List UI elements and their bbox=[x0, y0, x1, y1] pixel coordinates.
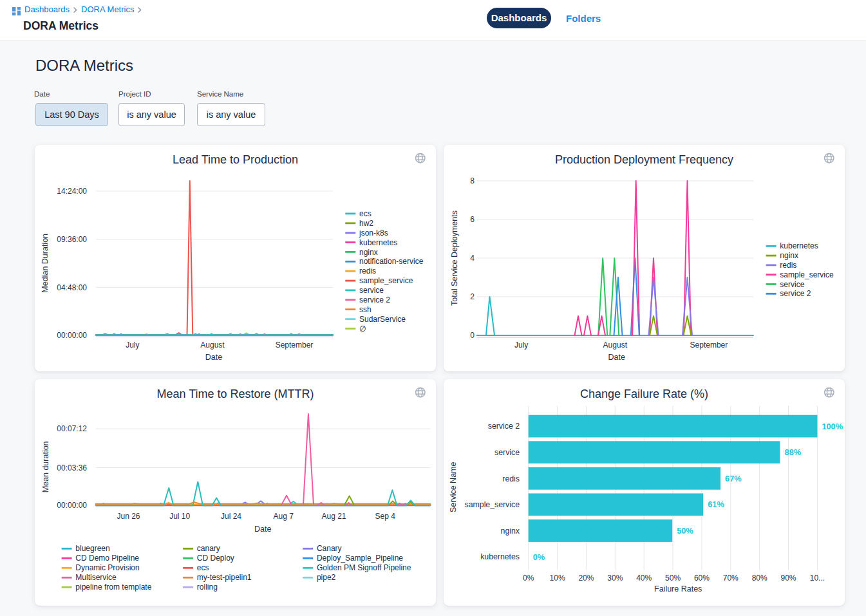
svg-text:88%: 88% bbox=[785, 447, 802, 457]
svg-text:ecs: ecs bbox=[359, 209, 372, 218]
svg-text:Mean Time to Restore (MTTR): Mean Time to Restore (MTTR) bbox=[156, 387, 314, 400]
svg-text:Median Duration: Median Duration bbox=[41, 234, 50, 293]
svg-text:August: August bbox=[200, 341, 225, 350]
svg-text:September: September bbox=[276, 341, 314, 350]
svg-text:04:48:00: 04:48:00 bbox=[57, 283, 87, 292]
svg-text:my-test-pipelin1: my-test-pipelin1 bbox=[197, 573, 252, 582]
svg-text:kubernetes: kubernetes bbox=[480, 552, 520, 561]
svg-text:67%: 67% bbox=[725, 474, 742, 483]
svg-text:10%: 10% bbox=[550, 574, 565, 583]
svg-text:service: service bbox=[494, 448, 520, 457]
svg-text:0%: 0% bbox=[523, 574, 534, 583]
svg-text:nginx: nginx bbox=[359, 248, 378, 257]
svg-text:SudarService: SudarService bbox=[359, 315, 406, 324]
svg-text:nginx: nginx bbox=[501, 527, 520, 536]
svg-text:September: September bbox=[690, 341, 728, 350]
svg-text:Mean duration: Mean duration bbox=[41, 441, 50, 492]
svg-text:4: 4 bbox=[470, 254, 475, 263]
svg-text:50%: 50% bbox=[677, 526, 693, 536]
svg-text:Date: Date bbox=[254, 525, 271, 534]
svg-text:notification-service: notification-service bbox=[359, 257, 424, 266]
svg-text:00:03:36: 00:03:36 bbox=[57, 463, 87, 472]
svg-text:∅: ∅ bbox=[359, 324, 366, 333]
svg-text:61%: 61% bbox=[708, 499, 724, 509]
svg-text:Production Deployment Frequenc: Production Deployment Frequency bbox=[555, 153, 733, 166]
svg-text:Golden PM Signoff Pipeline: Golden PM Signoff Pipeline bbox=[317, 563, 411, 572]
svg-text:ssh: ssh bbox=[359, 305, 372, 314]
svg-text:json-k8s: json-k8s bbox=[359, 229, 388, 238]
svg-text:service: service bbox=[780, 280, 804, 289]
svg-text:pipe2: pipe2 bbox=[317, 573, 336, 582]
svg-text:00:00:00: 00:00:00 bbox=[57, 331, 87, 340]
svg-text:100%: 100% bbox=[822, 422, 843, 431]
svg-text:00:07:12: 00:07:12 bbox=[57, 424, 87, 433]
svg-text:July: July bbox=[126, 341, 139, 350]
svg-text:rolling: rolling bbox=[197, 583, 218, 592]
svg-text:kubernetes: kubernetes bbox=[780, 241, 818, 250]
svg-text:14:24:00: 14:24:00 bbox=[57, 187, 87, 196]
svg-text:kubernetes: kubernetes bbox=[359, 238, 397, 247]
svg-text:Jul 10: Jul 10 bbox=[169, 512, 190, 521]
svg-text:Aug 7: Aug 7 bbox=[274, 512, 294, 521]
svg-text:sample_service: sample_service bbox=[465, 500, 520, 509]
svg-text:pipeline from template: pipeline from template bbox=[75, 583, 151, 592]
svg-text:bluegreen: bluegreen bbox=[75, 544, 109, 553]
svg-text:50%: 50% bbox=[665, 574, 681, 583]
svg-text:Date: Date bbox=[608, 353, 625, 362]
svg-text:09:36:00: 09:36:00 bbox=[57, 235, 87, 244]
svg-text:Multiservice: Multiservice bbox=[75, 573, 117, 582]
svg-text:40%: 40% bbox=[636, 574, 652, 583]
svg-text:service: service bbox=[359, 286, 384, 295]
svg-text:hw2: hw2 bbox=[359, 219, 373, 228]
svg-text:Change Failure Rate (%): Change Failure Rate (%) bbox=[580, 387, 708, 400]
svg-text:redis: redis bbox=[780, 261, 796, 270]
svg-text:service 2: service 2 bbox=[488, 422, 520, 431]
svg-text:Failure Rates: Failure Rates bbox=[654, 584, 702, 593]
svg-text:CD Deploy: CD Deploy bbox=[197, 554, 234, 563]
svg-text:nginx: nginx bbox=[780, 251, 798, 260]
svg-text:Canary: Canary bbox=[317, 544, 342, 553]
svg-text:80%: 80% bbox=[752, 574, 767, 583]
svg-text:2: 2 bbox=[470, 292, 475, 301]
svg-text:Jun 26: Jun 26 bbox=[117, 512, 140, 521]
svg-text:Service Name: Service Name bbox=[449, 462, 458, 513]
svg-text:00:00:00: 00:00:00 bbox=[57, 501, 87, 510]
svg-text:90%: 90% bbox=[781, 574, 796, 583]
svg-text:service 2: service 2 bbox=[780, 289, 811, 298]
svg-text:Sep 4: Sep 4 bbox=[375, 512, 396, 521]
svg-text:10...: 10... bbox=[810, 574, 825, 583]
svg-text:Total Service Deployments: Total Service Deployments bbox=[450, 210, 459, 306]
svg-text:August: August bbox=[603, 341, 628, 350]
svg-text:70%: 70% bbox=[723, 574, 739, 583]
svg-text:service 2: service 2 bbox=[359, 295, 390, 304]
svg-text:0%: 0% bbox=[533, 552, 545, 562]
svg-text:6: 6 bbox=[470, 215, 475, 224]
svg-text:Jul 24: Jul 24 bbox=[221, 512, 241, 521]
svg-text:Aug 21: Aug 21 bbox=[321, 512, 346, 521]
svg-text:Date: Date bbox=[205, 353, 222, 362]
svg-text:redis: redis bbox=[502, 474, 520, 483]
svg-text:Dynamic Provision: Dynamic Provision bbox=[75, 563, 139, 572]
svg-text:30%: 30% bbox=[607, 574, 623, 583]
svg-text:July: July bbox=[514, 341, 528, 350]
svg-text:redis: redis bbox=[359, 266, 376, 275]
svg-text:sample_service: sample_service bbox=[359, 276, 413, 285]
svg-text:sample_service: sample_service bbox=[780, 270, 834, 279]
svg-text:CD Demo Pipeline: CD Demo Pipeline bbox=[75, 554, 139, 563]
svg-text:0: 0 bbox=[470, 331, 475, 340]
svg-text:ecs: ecs bbox=[197, 563, 209, 572]
svg-text:Deploy_Sample_Pipeline: Deploy_Sample_Pipeline bbox=[317, 554, 403, 563]
svg-text:canary: canary bbox=[197, 544, 220, 553]
svg-text:Lead Time to Production: Lead Time to Production bbox=[173, 153, 298, 166]
svg-text:8: 8 bbox=[470, 176, 475, 185]
svg-text:60%: 60% bbox=[694, 574, 710, 583]
svg-text:20%: 20% bbox=[578, 574, 594, 583]
